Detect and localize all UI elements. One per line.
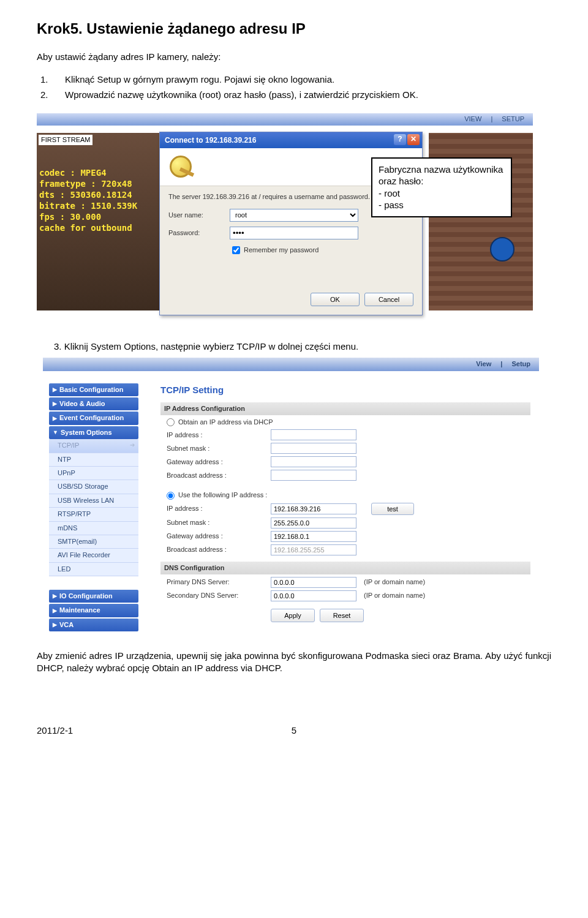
password-field[interactable]: [230, 227, 358, 239]
menu-video[interactable]: ▶Video & Audio: [49, 397, 138, 410]
apply-button[interactable]: Apply: [271, 609, 315, 622]
menu-ntp[interactable]: NTP: [49, 453, 138, 467]
username-label: User name:: [168, 211, 225, 220]
password-label: Password:: [168, 228, 225, 238]
hint-dns2: (IP or domain name): [364, 591, 425, 600]
menu-system[interactable]: ▼System Options: [49, 426, 138, 439]
test-button[interactable]: test: [371, 503, 414, 515]
step-1: 1.Kliknąć Setup w górnym prawym rogu. Po…: [54, 73, 551, 86]
closing-paragraph: Aby zmienić adres IP urządzenia, upewnij…: [37, 650, 551, 675]
menu-event[interactable]: ▶Event Configuration: [49, 412, 138, 424]
step-list: 1.Kliknąć Setup w górnym prawym rogu. Po…: [37, 73, 551, 101]
intro-text: Aby ustawić żądany adres IP kamery, nale…: [37, 50, 551, 63]
dialog-titlebar: Connect to 192.168.39.216 ? ✕: [160, 132, 422, 148]
remember-checkbox[interactable]: [232, 246, 240, 254]
input-dns1[interactable]: [271, 577, 356, 588]
link-setup[interactable]: SETUP: [498, 115, 528, 122]
label-gateway: Gateway address :: [167, 457, 271, 467]
link-view[interactable]: View: [472, 360, 495, 367]
remember-label: Remember my password: [244, 246, 318, 255]
input-broadcast-dhcp[interactable]: [271, 470, 356, 481]
step-3: 3. Kliknij System Options, następnie wyb…: [54, 340, 551, 353]
menu-io[interactable]: ▶IO Configuration: [49, 590, 138, 603]
blue-sign-icon: [490, 237, 514, 261]
page-footer: 2011/2-1 5: [37, 724, 551, 737]
label-ip-s: IP address :: [167, 504, 271, 513]
step-2: 2.Wprowadzić nazwę użytkownika (root) or…: [54, 88, 551, 101]
sidebar: ▶Basic Configuration ▶Video & Audio ▶Eve…: [43, 371, 142, 637]
input-gateway-dhcp[interactable]: [271, 456, 356, 467]
radio-dhcp[interactable]: [167, 418, 175, 426]
input-ip-dhcp[interactable]: [271, 429, 356, 440]
label-ip: IP address :: [167, 431, 271, 440]
submenu-system: TCP/IP NTP UPnP USB/SD Storage USB Wirel…: [49, 439, 138, 576]
menu-upnp[interactable]: UPnP: [49, 467, 138, 480]
ok-button[interactable]: OK: [311, 293, 360, 306]
help-button[interactable]: ?: [394, 134, 406, 145]
label-broadcast-s: Broadcast address :: [167, 545, 271, 554]
link-setup[interactable]: Setup: [508, 360, 534, 367]
radio-static[interactable]: [167, 492, 175, 500]
menu-avi[interactable]: AVI File Recorder: [49, 549, 138, 562]
menu-maint[interactable]: ▶Maintenance: [49, 604, 138, 617]
content-panel: TCP/IP Setting IP Address Configuration …: [142, 371, 539, 637]
camera-topbar: VIEW | SETUP: [37, 113, 533, 126]
menu-usbsd[interactable]: USB/SD Storage: [49, 480, 138, 494]
label-subnet: Subnet mask :: [167, 444, 271, 453]
menu-led[interactable]: LED: [49, 563, 138, 576]
setup-topbar: View | Setup: [43, 358, 539, 371]
link-sep: |: [487, 115, 496, 122]
menu-basic[interactable]: ▶Basic Configuration: [49, 383, 138, 396]
menu-usbwlan[interactable]: USB Wireless LAN: [49, 494, 138, 508]
label-broadcast: Broadcast address :: [167, 471, 271, 480]
label-subnet-s: Subnet mask :: [167, 518, 271, 527]
link-sep: |: [497, 360, 506, 367]
first-stream-label: FIRST STREAM: [39, 135, 92, 145]
menu-mdns[interactable]: mDNS: [49, 522, 138, 535]
keys-icon: [167, 153, 194, 180]
screenshot-login: VIEW | SETUP FIRST STREAM codec : MPEG4 …: [37, 113, 533, 328]
label-dns2: Secondary DNS Server:: [167, 591, 271, 600]
input-ip[interactable]: [271, 503, 356, 514]
cancel-button[interactable]: Cancel: [364, 293, 413, 306]
page-title: Krok5. Ustawienie żądanego adresu IP: [37, 18, 551, 39]
input-broadcast[interactable]: [271, 544, 356, 555]
menu-rtsp[interactable]: RTSP/RTP: [49, 508, 138, 521]
input-gateway[interactable]: [271, 531, 356, 542]
input-subnet-dhcp[interactable]: [271, 443, 356, 454]
menu-smtp[interactable]: SMTP(email): [49, 535, 138, 549]
screenshot-tcpip: View | Setup ▶Basic Configuration ▶Video…: [43, 358, 539, 637]
close-button[interactable]: ✕: [407, 134, 420, 145]
reset-button[interactable]: Reset: [320, 609, 364, 622]
group-dns: DNS Configuration: [160, 562, 530, 574]
label-dns1: Primary DNS Server:: [167, 578, 271, 587]
input-dns2[interactable]: [271, 590, 356, 601]
menu-tcpip[interactable]: TCP/IP: [49, 439, 138, 453]
group-ip: IP Address Configuration: [160, 402, 530, 415]
link-view[interactable]: VIEW: [461, 115, 485, 122]
username-field[interactable]: root: [230, 209, 358, 222]
dialog-title: Connect to 192.168.39.216: [165, 136, 256, 145]
hint-dns1: (IP or domain name): [364, 578, 425, 587]
video-osd: codec : MPEG4 frametype : 720x48 dts : 5…: [37, 167, 137, 233]
label-static: Use the following IP address :: [178, 491, 267, 500]
label-gateway-s: Gateway address :: [167, 532, 271, 541]
menu-vca[interactable]: ▶VCA: [49, 619, 138, 631]
page-number: 5: [292, 724, 296, 737]
input-subnet[interactable]: [271, 517, 356, 529]
label-dhcp: Obtain an IP address via DHCP: [178, 418, 273, 427]
section-title: TCP/IP Setting: [160, 383, 530, 396]
footer-date: 2011/2-1: [37, 724, 73, 737]
default-credentials-callout: Fabryczna nazwa użytkownika oraz hasło: …: [371, 157, 512, 217]
